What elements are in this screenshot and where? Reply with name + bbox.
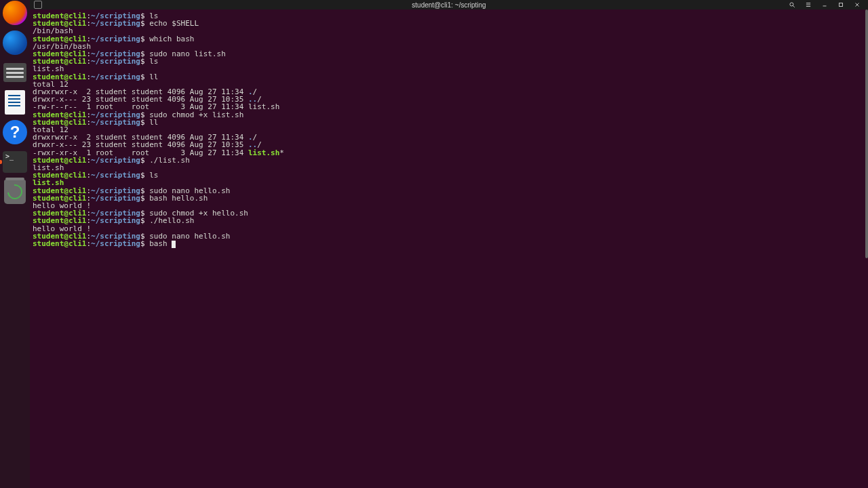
scrollbar[interactable] [865, 9, 868, 258]
minimize-icon [821, 1, 828, 8]
maximize-icon [837, 1, 844, 8]
titlebar: student@cli1: ~/scripting [30, 0, 868, 9]
search-button[interactable] [784, 0, 800, 9]
thunderbird-icon [3, 30, 27, 55]
svg-line-1 [793, 5, 795, 7]
dock: ? >_ [0, 0, 30, 488]
firefox-icon [3, 1, 27, 25]
svg-point-0 [790, 3, 793, 6]
minimize-button[interactable] [816, 0, 833, 9]
window-title: student@cli1: ~/scripting [412, 1, 486, 9]
writer-icon [5, 90, 25, 115]
files-icon [3, 63, 26, 82]
dock-thunderbird[interactable] [2, 30, 28, 56]
hamburger-icon [805, 1, 812, 8]
dock-writer[interactable] [2, 89, 28, 115]
dock-files[interactable] [2, 60, 28, 85]
svg-rect-3 [840, 3, 843, 7]
terminal-window: student@cli1: ~/scripting student@cli1:~… [30, 0, 868, 488]
help-icon: ? [3, 120, 27, 144]
close-button[interactable] [849, 0, 865, 9]
dock-firefox[interactable] [2, 0, 28, 26]
new-tab-button[interactable] [34, 1, 42, 9]
menu-button[interactable] [800, 0, 816, 9]
terminal-output[interactable]: student@cli1:~/scripting$ lsstudent@cli1… [30, 9, 868, 488]
terminal-icon: >_ [3, 151, 27, 173]
close-icon [854, 1, 861, 8]
trash-icon [4, 180, 26, 204]
dock-help[interactable]: ? [2, 119, 28, 145]
search-icon [789, 1, 795, 8]
dock-terminal[interactable]: >_ [2, 149, 28, 175]
dock-trash[interactable] [2, 179, 28, 205]
maximize-button[interactable] [833, 0, 849, 9]
